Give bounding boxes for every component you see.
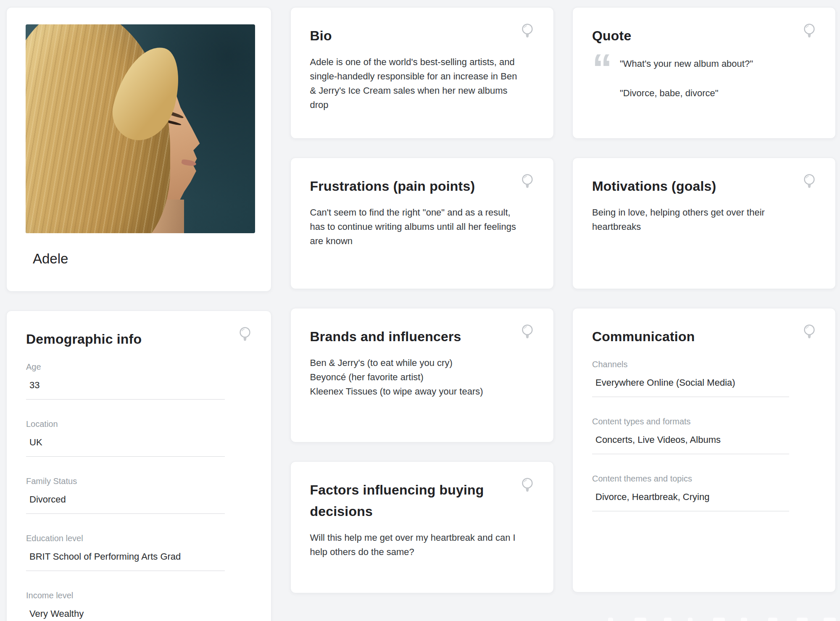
lightbulb-icon[interactable] bbox=[521, 324, 534, 341]
persona-board: Adele Demographic info Age 33 Location U… bbox=[0, 0, 840, 621]
quote-block: “ "What's your new album about?" "Divorc… bbox=[592, 57, 816, 100]
profile-card[interactable]: Adele bbox=[6, 7, 271, 292]
factors-text: Will this help me get over my heartbreak… bbox=[310, 531, 522, 559]
field-label: Location bbox=[26, 418, 225, 430]
column-left: Adele Demographic info Age 33 Location U… bbox=[6, 7, 271, 621]
card-title: Bio bbox=[310, 25, 520, 47]
quote-lines: "What's your new album about?" "Divorce,… bbox=[620, 57, 753, 100]
field-label: Channels bbox=[592, 358, 789, 370]
frustrations-text: Can't seem to find the right "one" and a… bbox=[310, 205, 522, 248]
next-row-peek bbox=[797, 618, 808, 621]
demographic-card[interactable]: Demographic info Age 33 Location UK Fami… bbox=[6, 310, 271, 621]
brand-line: Kleenex Tissues (to wipe away your tears… bbox=[310, 384, 529, 399]
next-row-peek bbox=[608, 618, 613, 621]
card-title: Motivations (goals) bbox=[592, 176, 802, 197]
frustrations-card[interactable]: Frustrations (pain points) Can't seem to… bbox=[290, 158, 554, 289]
lightbulb-icon[interactable] bbox=[803, 173, 816, 191]
field-income-level: Income level Very Wealthy bbox=[26, 589, 225, 621]
card-title: Quote bbox=[592, 25, 802, 47]
next-row-peek bbox=[768, 618, 777, 621]
brand-line: Ben & Jerry's (to eat while you cry) bbox=[310, 356, 529, 370]
next-row-peek bbox=[688, 618, 693, 621]
card-title: Communication bbox=[592, 326, 802, 347]
brand-line: Beyoncé (her favorite artist) bbox=[310, 370, 529, 384]
field-education-level: Education level BRIT School of Performin… bbox=[26, 532, 225, 571]
field-label: Content themes and topics bbox=[592, 473, 789, 484]
field-value-input[interactable]: UK bbox=[26, 436, 225, 457]
brands-list: Ben & Jerry's (to eat while you cry) Bey… bbox=[310, 356, 529, 399]
quote-card[interactable]: Quote “ "What's your new album about?" "… bbox=[572, 7, 836, 139]
lightbulb-icon[interactable] bbox=[803, 23, 816, 40]
column-right: Quote “ "What's your new album about?" "… bbox=[572, 7, 836, 621]
field-label: Age bbox=[26, 361, 225, 373]
quote-line: "What's your new album about?" bbox=[620, 57, 753, 71]
lightbulb-icon[interactable] bbox=[521, 477, 534, 495]
next-row-peek bbox=[741, 618, 747, 621]
field-location: Location UK bbox=[26, 418, 225, 457]
lightbulb-icon[interactable] bbox=[521, 23, 534, 40]
card-title: Brands and influencers bbox=[310, 326, 520, 347]
quote-line: "Divorce, babe, divorce" bbox=[620, 86, 753, 100]
field-value-input[interactable]: Concerts, Live Videos, Albums bbox=[592, 433, 789, 454]
field-family-status: Family Status Divorced bbox=[26, 475, 225, 514]
field-label: Content types and formats bbox=[592, 416, 789, 427]
bio-text: Adele is one of the world's best-selling… bbox=[310, 55, 522, 112]
field-value-input[interactable]: Divorce, Heartbreak, Crying bbox=[592, 490, 789, 511]
field-value-input[interactable]: BRIT School of Performing Arts Grad bbox=[26, 550, 225, 571]
field-label: Family Status bbox=[26, 475, 225, 487]
next-row-peek bbox=[635, 618, 646, 621]
quote-mark-icon: “ bbox=[592, 57, 620, 100]
demographic-fields: Age 33 Location UK Family Status Divorce… bbox=[26, 361, 252, 621]
card-title: Factors influencing buying decisions bbox=[310, 479, 520, 522]
lightbulb-icon[interactable] bbox=[238, 326, 252, 344]
factors-card[interactable]: Factors influencing buying decisions Wil… bbox=[290, 461, 554, 593]
field-content-themes: Content themes and topics Divorce, Heart… bbox=[592, 473, 789, 511]
column-middle: Bio Adele is one of the world's best-sel… bbox=[290, 7, 554, 621]
next-row-peek bbox=[664, 618, 671, 621]
card-title: Demographic info bbox=[26, 329, 236, 350]
bio-card[interactable]: Bio Adele is one of the world's best-sel… bbox=[290, 7, 554, 139]
motivations-text: Being in love, helping others get over t… bbox=[592, 205, 804, 234]
field-channels: Channels Everywhere Online (Social Media… bbox=[592, 358, 789, 397]
next-row-peek bbox=[713, 618, 725, 621]
field-content-types: Content types and formats Concerts, Live… bbox=[592, 416, 789, 454]
field-value-input[interactable]: Very Wealthy bbox=[26, 607, 225, 621]
lightbulb-icon[interactable] bbox=[521, 173, 534, 191]
next-row-peek bbox=[824, 618, 836, 621]
field-value-input[interactable]: Divorced bbox=[26, 493, 225, 514]
field-age: Age 33 bbox=[26, 361, 225, 400]
motivations-card[interactable]: Motivations (goals) Being in love, helpi… bbox=[572, 158, 836, 289]
communication-card[interactable]: Communication Channels Everywhere Online… bbox=[572, 308, 836, 592]
field-label: Education level bbox=[26, 532, 225, 544]
field-value-input[interactable]: Everywhere Online (Social Media) bbox=[592, 376, 789, 397]
card-title: Frustrations (pain points) bbox=[310, 176, 520, 197]
brands-card[interactable]: Brands and influencers Ben & Jerry's (to… bbox=[290, 308, 554, 442]
lightbulb-icon[interactable] bbox=[803, 324, 816, 341]
persona-photo bbox=[26, 24, 255, 233]
communication-fields: Channels Everywhere Online (Social Media… bbox=[592, 358, 816, 511]
field-label: Income level bbox=[26, 589, 225, 601]
field-value-input[interactable]: 33 bbox=[26, 379, 225, 400]
persona-name: Adele bbox=[33, 251, 254, 267]
